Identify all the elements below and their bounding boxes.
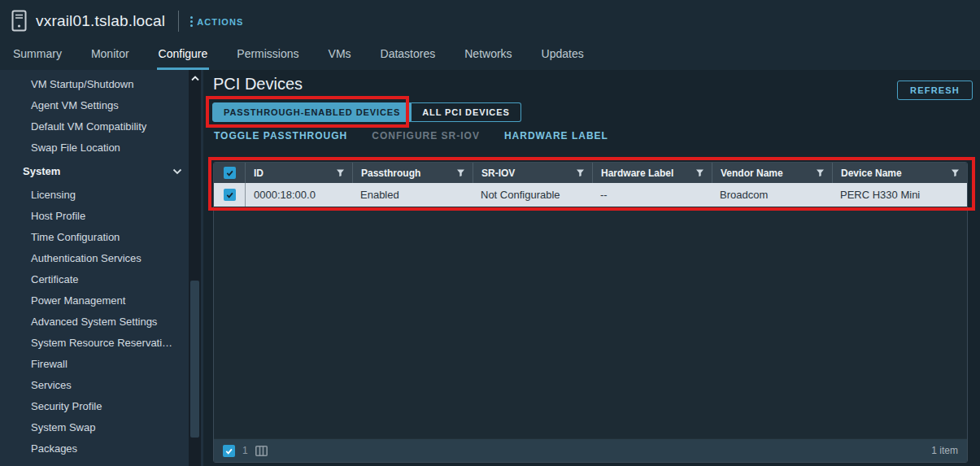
page-title: vxrail01.tslab.local: [36, 12, 165, 30]
section-title: PCI Devices: [213, 75, 303, 94]
sidebar-item-security-profile[interactable]: Security Profile: [0, 396, 203, 417]
filter-icon[interactable]: [695, 168, 704, 177]
cell-device-name: PERC H330 Mini: [832, 183, 967, 207]
sidebar-item-time-configuration[interactable]: Time Configuration: [0, 227, 203, 248]
filter-icon[interactable]: [336, 168, 345, 177]
scrollbar-thumb[interactable]: [190, 281, 199, 438]
table-row[interactable]: 0000:18:00.0 Enabled Not Configurable --…: [214, 183, 967, 207]
tab-permissions[interactable]: Permissions: [235, 39, 300, 70]
tab-vms[interactable]: VMs: [327, 39, 353, 70]
pci-devices-panel: PCI Devices REFRESH PASSTHROUGH-ENABLED …: [203, 70, 980, 466]
configure-sriov-link: CONFIGURE SR-IOV: [372, 130, 480, 142]
sidebar-item-agent-vm-settings[interactable]: Agent VM Settings: [0, 95, 203, 116]
actions-label: ACTIONS: [197, 17, 243, 27]
device-view-toggle: PASSTHROUGH-ENABLED DEVICES ALL PCI DEVI…: [212, 102, 521, 122]
table-action-links: TOGGLE PASSTHROUGH CONFIGURE SR-IOV HARD…: [214, 130, 608, 142]
tab-updates[interactable]: Updates: [540, 39, 586, 70]
hardware-label-link[interactable]: HARDWARE LABEL: [504, 130, 608, 142]
pci-devices-table: ID Passthrough SR-IOV Hardware Label Ven…: [213, 162, 968, 463]
cell-id: 0000:18:00.0: [245, 183, 352, 207]
sidebar-item-vm-startup-shutdown[interactable]: VM Startup/Shutdown: [0, 74, 203, 95]
sidebar-item-firewall[interactable]: Firewall: [0, 354, 203, 375]
refresh-button[interactable]: REFRESH: [897, 81, 973, 100]
sidebar-item-authentication-services[interactable]: Authentication Services: [0, 248, 203, 269]
sidebar-item-services[interactable]: Services: [0, 375, 203, 396]
cell-hardware-label: --: [592, 183, 712, 207]
tab-summary[interactable]: Summary: [11, 39, 63, 70]
sidebar-item-default-vm-compatibility[interactable]: Default VM Compatibility: [0, 116, 203, 137]
table-empty-area: [214, 207, 967, 438]
tab-datastores[interactable]: Datastores: [379, 39, 438, 70]
filter-icon[interactable]: [456, 168, 465, 177]
actions-button[interactable]: ACTIONS: [190, 16, 243, 27]
sidebar-item-swap-file-location[interactable]: Swap File Location: [0, 137, 203, 159]
column-header-vendor-name[interactable]: Vendor Name: [712, 163, 832, 183]
filter-icon[interactable]: [951, 168, 960, 177]
all-pci-devices-button[interactable]: ALL PCI DEVICES: [412, 102, 520, 122]
tab-bar: Summary Monitor Configure Permissions VM…: [11, 39, 586, 70]
sidebar-item-certificate[interactable]: Certificate: [0, 269, 203, 290]
column-header-hardware-label[interactable]: Hardware Label: [592, 163, 712, 183]
row-checkbox[interactable]: [214, 183, 245, 207]
sidebar-section-label: System: [23, 159, 60, 185]
table-header-row: ID Passthrough SR-IOV Hardware Label Ven…: [214, 163, 967, 183]
sidebar-item-advanced-system-settings[interactable]: Advanced System Settings: [0, 311, 203, 333]
footer-selected-checkbox-icon[interactable]: [223, 445, 235, 457]
tab-networks[interactable]: Networks: [463, 39, 513, 70]
sidebar-item-system-swap[interactable]: System Swap: [0, 417, 203, 438]
column-header-passthrough[interactable]: Passthrough: [352, 163, 473, 183]
sidebar-item-licensing[interactable]: Licensing: [0, 185, 203, 206]
column-header-device-name[interactable]: Device Name: [832, 163, 967, 183]
host-icon: [11, 10, 27, 32]
sidebar-section-system[interactable]: System: [0, 159, 203, 185]
sidebar-item-host-profile[interactable]: Host Profile: [0, 206, 203, 227]
toggle-passthrough-link[interactable]: TOGGLE PASSTHROUGH: [214, 130, 347, 142]
item-count: 1 item: [931, 445, 958, 456]
top-bar: vxrail01.tslab.local ACTIONS Summary Mon…: [0, 0, 980, 70]
cell-sriov: Not Configurable: [473, 183, 592, 207]
select-all-checkbox[interactable]: [214, 163, 245, 183]
column-header-sriov[interactable]: SR-IOV: [473, 163, 592, 183]
tab-monitor[interactable]: Monitor: [89, 39, 131, 70]
sidebar-scrollbar[interactable]: [189, 70, 201, 466]
chevron-down-icon: [172, 168, 182, 175]
cell-vendor-name: Broadcom: [712, 183, 832, 207]
kebab-icon: [190, 16, 193, 27]
passthrough-enabled-devices-button[interactable]: PASSTHROUGH-ENABLED DEVICES: [212, 102, 412, 122]
table-footer: 1 1 item: [214, 438, 967, 462]
sidebar-item-power-management[interactable]: Power Management: [0, 290, 203, 311]
filter-icon[interactable]: [816, 168, 825, 177]
host-title-row: vxrail01.tslab.local ACTIONS: [11, 10, 243, 32]
title-divider: [178, 11, 179, 32]
cell-passthrough: Enabled: [352, 183, 473, 207]
column-header-id[interactable]: ID: [245, 163, 352, 183]
scroll-up-arrow-icon[interactable]: [189, 72, 201, 85]
selected-count: 1: [242, 445, 248, 456]
tab-configure[interactable]: Configure: [157, 39, 210, 70]
filter-icon[interactable]: [576, 168, 585, 177]
configure-sidebar: VM Startup/Shutdown Agent VM Settings De…: [0, 70, 203, 466]
sidebar-item-packages[interactable]: Packages: [0, 438, 203, 459]
sidebar-item-system-resource-reservation[interactable]: System Resource Reservati…: [0, 333, 203, 354]
columns-icon[interactable]: [255, 446, 268, 456]
